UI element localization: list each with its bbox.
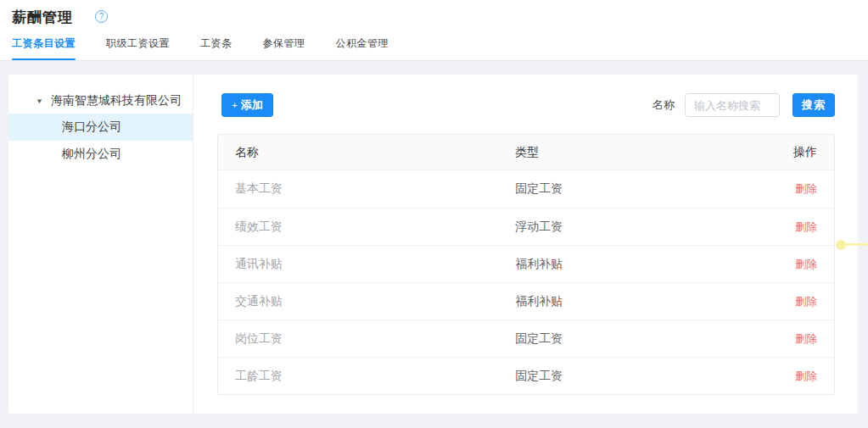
cell-type: 福利补贴 (498, 257, 741, 272)
cell-type: 浮动工资 (498, 220, 741, 235)
cell-name: 通讯补贴 (218, 257, 498, 272)
plus-icon: + (232, 100, 237, 110)
table-header-row: 名称类型操作 (218, 135, 834, 170)
page-header: 薪酬管理 ? 工资条目设置职级工资设置工资条参保管理公积金管理 (0, 0, 868, 61)
page-title: 薪酬管理 (12, 8, 73, 27)
tree-node-branch-label: 海口分公司 (62, 120, 121, 135)
search-label: 名称 (652, 97, 675, 113)
tab-2[interactable]: 工资条 (200, 36, 232, 60)
column-header-1: 类型 (498, 145, 741, 160)
cell-name: 岗位工资 (218, 331, 498, 347)
salary-items-table: 名称类型操作 基本工资固定工资删除绩效工资浮动工资删除通讯补贴福利补贴删除交通补… (217, 134, 835, 395)
cell-name: 交通补贴 (218, 294, 498, 309)
tree-node-company-label: 海南智慧城科技有限公司 (51, 93, 182, 108)
table-row-2: 通讯补贴福利补贴删除 (218, 245, 834, 282)
delete-link[interactable]: 删除 (795, 182, 817, 195)
table-row-5: 工龄工资固定工资删除 (218, 357, 834, 394)
cell-action: 删除 (741, 220, 834, 235)
table-row-0: 基本工资固定工资删除 (218, 170, 834, 208)
tree-node-branch-0[interactable]: 海口分公司 (8, 114, 193, 141)
delete-link[interactable]: 删除 (795, 295, 817, 308)
company-tree: ▼ 海南智慧城科技有限公司 海口分公司柳州分公司 (8, 75, 193, 414)
add-button[interactable]: + 添加 (221, 93, 273, 117)
help-icon[interactable]: ? (95, 10, 108, 23)
cell-action: 删除 (741, 181, 834, 197)
search-group: 名称 搜索 (652, 93, 835, 117)
cell-action: 删除 (741, 257, 834, 272)
toolbar: + 添加 名称 搜索 (217, 93, 835, 117)
salary-management-page: 薪酬管理 ? 工资条目设置职级工资设置工资条参保管理公积金管理 ▼ 海南智慧城科… (0, 0, 868, 428)
cell-type: 固定工资 (498, 369, 741, 384)
column-header-2: 操作 (741, 145, 834, 160)
cell-action: 删除 (741, 369, 834, 384)
column-header-0: 名称 (218, 145, 498, 160)
add-button-label: 添加 (241, 97, 263, 113)
table-row-4: 岗位工资固定工资删除 (218, 320, 834, 357)
tab-0[interactable]: 工资条目设置 (12, 36, 76, 60)
delete-link[interactable]: 删除 (795, 220, 817, 233)
cell-name: 绩效工资 (218, 220, 498, 235)
search-input[interactable] (685, 93, 780, 117)
tree-node-branch-label: 柳州分公司 (62, 147, 121, 162)
delete-link[interactable]: 删除 (795, 370, 817, 382)
cell-name: 基本工资 (218, 181, 498, 197)
cell-name: 工龄工资 (218, 369, 498, 384)
tab-bar: 工资条目设置职级工资设置工资条参保管理公积金管理 (12, 36, 419, 60)
tab-3[interactable]: 参保管理 (263, 36, 305, 60)
table-row-1: 绩效工资浮动工资删除 (218, 208, 834, 245)
tab-1[interactable]: 职级工资设置 (106, 36, 170, 60)
cell-action: 删除 (741, 331, 834, 347)
content-panel: + 添加 名称 搜索 名称类型操作 基本工资固定工资删除绩效工资浮动工资删除通讯… (193, 75, 858, 414)
tab-4[interactable]: 公积金管理 (336, 36, 389, 60)
delete-link[interactable]: 删除 (795, 258, 817, 270)
cell-action: 删除 (741, 294, 834, 309)
tree-children: 海口分公司柳州分公司 (8, 114, 193, 168)
content-card: ▼ 海南智慧城科技有限公司 海口分公司柳州分公司 + 添加 名称 搜索 名称类型… (8, 75, 858, 414)
tree-node-branch-1[interactable]: 柳州分公司 (8, 141, 193, 168)
caret-down-icon[interactable]: ▼ (36, 97, 43, 105)
search-button[interactable]: 搜索 (792, 93, 835, 117)
delete-link[interactable]: 删除 (795, 332, 817, 345)
table-body: 基本工资固定工资删除绩效工资浮动工资删除通讯补贴福利补贴删除交通补贴福利补贴删除… (218, 170, 834, 394)
cell-type: 固定工资 (498, 181, 741, 197)
cell-type: 福利补贴 (498, 294, 741, 309)
table-row-3: 交通补贴福利补贴删除 (218, 282, 834, 320)
cell-type: 固定工资 (498, 331, 741, 347)
tree-node-company[interactable]: ▼ 海南智慧城科技有限公司 (8, 88, 193, 114)
